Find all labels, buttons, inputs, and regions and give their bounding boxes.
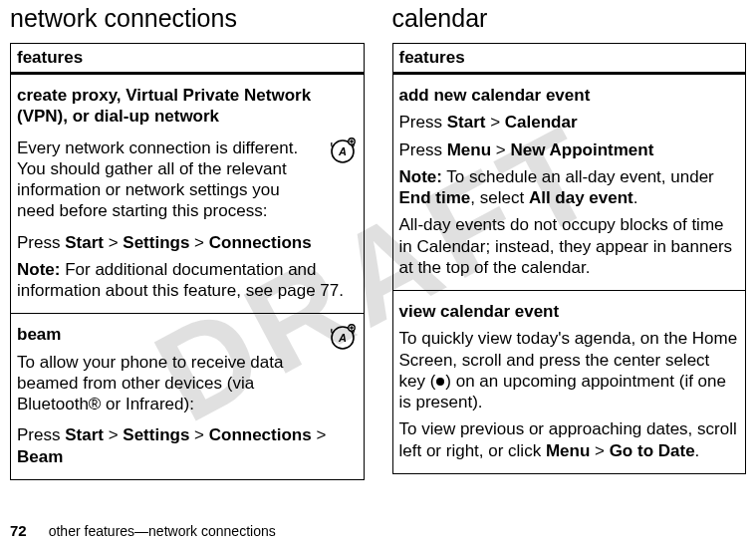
path-seg: Start [447,113,486,132]
path-seg: Go to Date [610,441,695,460]
section-title-network: network connections [10,4,365,33]
row-note: Note: To schedule an all-day event, unde… [399,166,740,209]
table-row: create proxy, Virtual Private Network (V… [11,74,365,314]
row-path: Press Start > Settings > Connections > B… [17,424,358,467]
left-column: network connections features create prox… [10,4,365,480]
row-path: Press Start > Settings > Connections [17,232,358,253]
press-label: Press [399,140,447,159]
path-sep: > [189,233,208,252]
path-sep: > [312,425,327,444]
row-heading: create proxy, Virtual Private Network (V… [17,85,358,128]
note-text: , select [470,188,529,207]
page-footer: 72other features—network connections [10,522,276,539]
note-text: . [633,188,638,207]
right-column: calendar features add new calendar event… [392,4,747,480]
path-seg: New Appointment [510,140,653,159]
note-text: For additional documentation and informa… [17,260,344,300]
path-seg: All day event [529,188,633,207]
path-seg: Calendar [505,113,578,132]
row-intro: To allow your phone to receive data beam… [17,352,322,415]
note-text: To schedule an all-day event, under [442,167,714,186]
row-intro: Every network connection is different. Y… [17,137,322,222]
features-table-right: features add new calendar event Press St… [392,43,747,474]
path-sep: > [189,425,208,444]
path-seg: Connections [209,233,312,252]
path-seg: Start [65,425,104,444]
press-label: Press [17,233,65,252]
footer-text: other features—network connections [49,523,276,539]
press-label: Press [17,425,65,444]
row-heading: add new calendar event [399,85,740,106]
path-sep: > [104,425,123,444]
path-seg: Settings [123,425,189,444]
operator-badge-icon: A [328,136,358,165]
row-tail: To view previous or approaching dates, s… [399,418,740,461]
section-title-calendar: calendar [392,4,747,33]
page-number: 72 [10,522,27,539]
path-seg: Menu [546,441,590,460]
row-path: Press Start > Calendar [399,112,740,133]
page-content: network connections features create prox… [0,0,756,480]
table-header: features [392,44,746,74]
features-table-left: features create proxy, Virtual Private N… [10,43,365,480]
table-row: add new calendar event Press Start > Cal… [392,74,746,291]
tail-text: . [695,441,700,460]
row-path: Press Menu > New Appointment [399,139,740,160]
svg-text:A: A [338,332,347,344]
path-seg: Start [65,233,104,252]
row-heading: view calendar event [399,301,740,322]
path-seg: Connections [209,425,312,444]
path-sep: > [485,113,504,132]
path-sep: > [104,233,123,252]
row-tail: All-day events do not occupy blocks of t… [399,214,740,278]
press-label: Press [399,113,447,132]
operator-badge-icon: A [328,322,358,352]
path-sep: > [491,140,510,159]
intro-text: ) on an upcoming appointment (if one is … [399,372,726,411]
row-intro: To quickly view today's agenda, on the H… [399,328,740,412]
note-label: Note: [17,260,60,279]
table-row: view calendar event To quickly view toda… [392,291,746,474]
path-seg: Settings [123,233,189,252]
row-note: Note: For additional documentation and i… [17,259,358,302]
note-label: Note: [399,167,442,186]
path-seg: Menu [447,140,491,159]
center-key-icon [436,378,444,386]
svg-text:A: A [338,145,347,157]
table-row: beam To allow your phone to receive data… [11,314,365,480]
path-sep: > [590,441,609,460]
row-heading: beam [17,324,322,345]
path-seg: End time [399,188,471,207]
path-seg: Beam [17,447,63,466]
table-header: features [11,44,365,74]
